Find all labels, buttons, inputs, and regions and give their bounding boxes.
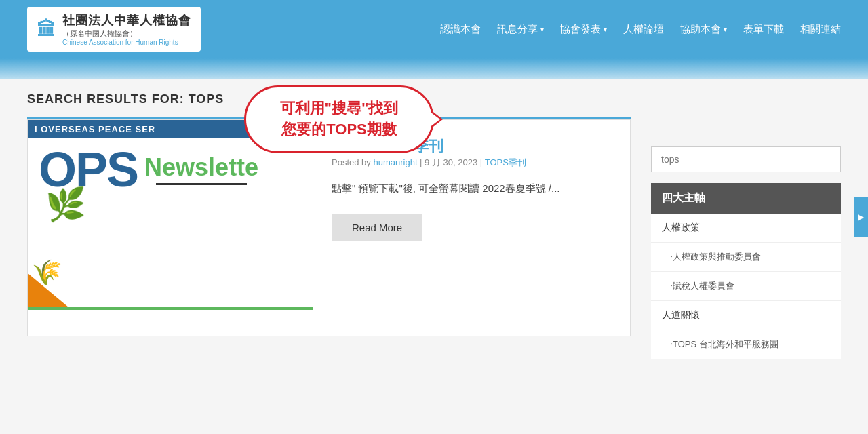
article-author[interactable]: humanright [373,157,417,167]
logo-icon: 🏛 [37,18,56,41]
article-category[interactable]: TOPS季刊 [485,157,526,167]
sidebar-item-human-rights-policy[interactable]: 人權政策 [651,214,841,243]
logo-title: 社團法人中華人權協會 [62,12,191,28]
tops-newsletter-text: Newslette [144,154,258,181]
logo-subtitle: （原名中國人權協會） [62,28,191,39]
dropdown-arrow: ▾ [540,26,544,33]
nav-forms[interactable]: 表單下載 [743,23,784,36]
widget-title: 四大主軸 [651,183,841,214]
sidebar-item-policy-committee[interactable]: ‧人權政策與推動委員會 [651,243,841,272]
nav-forum[interactable]: 人權論壇 [623,23,664,36]
search-input[interactable] [651,146,841,172]
article-date: 9 月 30, 2023 [425,157,477,167]
sidebar-item-tax-committee[interactable]: ‧賦稅人權委員會 [651,272,841,301]
orange-triangle [28,273,68,307]
article-meta: Posted by humanright | 9 月 30, 2023 | TO… [332,157,611,169]
dropdown-arrow: ▾ [724,26,727,33]
sidebar-item-tops-service[interactable]: ‧TOPS 台北海外和平服務團 [651,330,841,359]
sidebar: 四大主軸 人權政策 ‧人權政策與推動委員會 ‧賦稅人權委員會 人道關懷 ‧TOP… [651,92,841,359]
article-excerpt: 點擊" 預覽下載"後, 可全螢幕閱讀 2022春夏季號 /... [332,180,611,197]
logo-english: Chinese Association for Human Rights [62,39,191,46]
nav-news[interactable]: 訊息分享 ▾ [497,23,544,36]
main-nav: 認識本會 訊息分享 ▾ 協會發表 ▾ 人權論壇 協助本會 ▾ 表單下載 相關連結 [440,23,841,36]
callout-bubble: 可利用"搜尋"找到 您要的TOPS期數 [244,85,434,153]
read-more-button[interactable]: Read More [332,214,422,241]
site-header: 🏛 社團法人中華人權協會 （原名中國人權協會） Chinese Associat… [0,0,868,58]
sidebar-item-humanitarian[interactable]: 人道關懷 [651,301,841,330]
leaf-icon: 🌿 [45,186,86,224]
nav-publish[interactable]: 協會發表 ▾ [560,23,607,36]
tops-underline [156,183,247,185]
dropdown-arrow: ▾ [604,26,607,33]
nav-help[interactable]: 協助本會 ▾ [680,23,727,36]
site-logo[interactable]: 🏛 社團法人中華人權協會 （原名中國人權協會） Chinese Associat… [27,7,201,52]
nav-about[interactable]: 認識本會 [440,23,481,36]
callout-line2: 您要的TOPS期數 [265,119,413,140]
subheader-bar [0,58,868,79]
callout-line1: 可利用"搜尋"找到 [265,98,413,119]
sidebar-widget-main-themes: 四大主軸 人權政策 ‧人權政策與推動委員會 ‧賦稅人權委員會 人道關懷 ‧TOP… [651,183,841,359]
page-wrapper: 可利用"搜尋"找到 您要的TOPS期數 SEARCH RESULTS FOR: … [0,79,868,373]
nav-links[interactable]: 相關連結 [800,23,841,36]
scroll-hint[interactable]: ▶ [854,197,868,237]
